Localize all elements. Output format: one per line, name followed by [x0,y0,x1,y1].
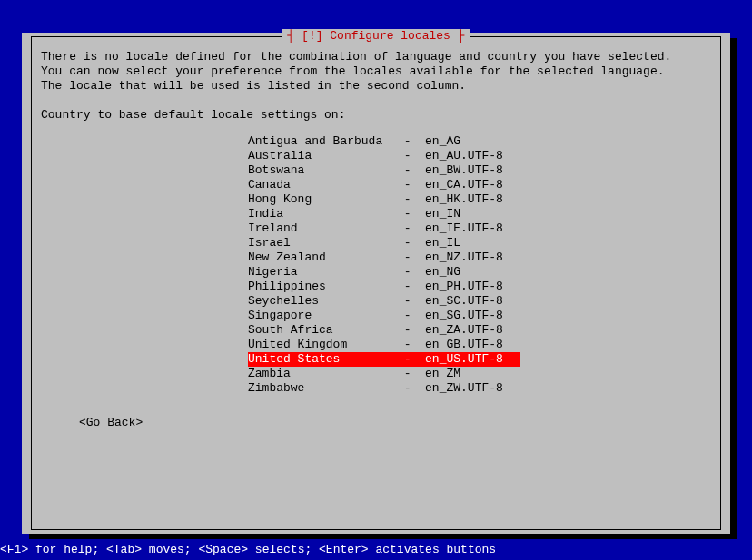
locale-option[interactable]: United States - en_US.UTF-8 [248,352,520,367]
locale-option[interactable]: Canada - en_CA.UTF-8 [248,178,520,192]
dialog: ┤ [!] Configure locales ├ There is no lo… [22,33,730,534]
locale-option[interactable]: Philippines - en_PH.UTF-8 [248,280,520,294]
locale-option[interactable]: Israel - en_IL [248,236,520,251]
locale-option[interactable]: Zambia - en_ZM [248,367,520,381]
footer-help-text: <F1> for help; <Tab> moves; <Space> sele… [0,543,496,556]
locale-option[interactable]: Nigeria - en_NG [248,265,520,280]
dialog-instructions: There is no locale defined for the combi… [41,50,711,93]
locale-list: Antigua and Barbuda - en_AG Australia - … [248,134,711,396]
locale-option[interactable]: United Kingdom - en_GB.UTF-8 [248,338,520,352]
dialog-prompt: Country to base default locale settings … [41,108,711,122]
go-back-button[interactable]: <Go Back> [79,416,143,429]
locale-option[interactable]: India - en_IN [248,207,520,221]
locale-option[interactable]: South Africa - en_ZA.UTF-8 [248,323,520,338]
dialog-title: ┤ [!] Configure locales ├ [282,29,470,43]
locale-option[interactable]: Antigua and Barbuda - en_AG [248,134,520,149]
locale-option[interactable]: Singapore - en_SG.UTF-8 [248,309,520,323]
locale-option[interactable]: Botswana - en_BW.UTF-8 [248,163,520,178]
locale-option[interactable]: Hong Kong - en_HK.UTF-8 [248,192,520,207]
locale-option[interactable]: Ireland - en_IE.UTF-8 [248,221,520,236]
locale-option[interactable]: Seychelles - en_SC.UTF-8 [248,294,520,309]
locale-option[interactable]: Australia - en_AU.UTF-8 [248,149,520,163]
locale-option[interactable]: Zimbabwe - en_ZW.UTF-8 [248,381,520,396]
dialog-border: ┤ [!] Configure locales ├ There is no lo… [31,36,721,530]
locale-option[interactable]: New Zealand - en_NZ.UTF-8 [248,251,520,265]
